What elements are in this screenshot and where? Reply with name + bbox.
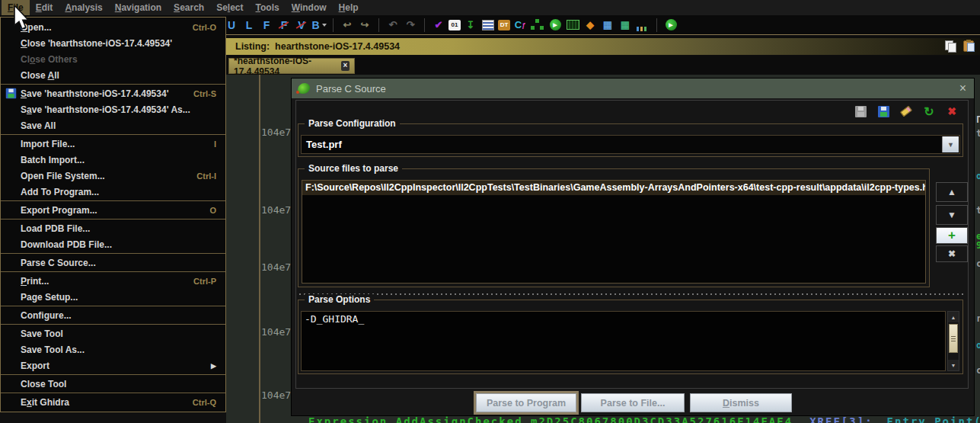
snapshot-back-icon[interactable]: ↩ bbox=[340, 18, 355, 33]
create-function-icon[interactable]: F bbox=[259, 18, 274, 33]
file-menu-item-save-all[interactable]: Save All bbox=[1, 117, 225, 133]
undo-icon[interactable]: ↶ bbox=[385, 18, 401, 33]
file-menu-item-configure[interactable]: Configure... bbox=[1, 307, 225, 323]
splitter-handle[interactable] bbox=[298, 293, 963, 296]
file-menu-item-export[interactable]: Export▶ bbox=[1, 357, 225, 373]
move-down-button[interactable]: ▼ bbox=[936, 205, 968, 225]
listing-view-icon[interactable] bbox=[480, 18, 496, 33]
dialog-close-icon[interactable]: × bbox=[959, 82, 966, 95]
tab-label: *hearthstone-iOS-17.4.49534 bbox=[234, 56, 341, 77]
file-menu-item-page-setup[interactable]: Page Setup... bbox=[1, 289, 225, 305]
listing-text-fragment: 9 bbox=[976, 240, 980, 251]
auto-analyze-icon[interactable]: ✔ bbox=[431, 18, 446, 33]
menu-shortcut: Ctrl-P bbox=[193, 277, 225, 286]
file-menu-item-parse-c-source[interactable]: Parse C Source... bbox=[1, 255, 225, 271]
file-menu-item-import-file[interactable]: Import File...I bbox=[1, 136, 225, 152]
source-files-list[interactable]: F:\Source\Repos\Il2CppInspector\Il2CppTe… bbox=[302, 180, 926, 284]
clear-label-icon[interactable]: L bbox=[241, 18, 257, 33]
toolbar-separator bbox=[656, 18, 657, 32]
source-file-row[interactable]: F:\Source\Repos\Il2CppInspector\Il2CppTe… bbox=[302, 181, 925, 195]
scroll-down-icon[interactable]: ▼ bbox=[948, 360, 959, 370]
move-up-button[interactable]: ▲ bbox=[936, 182, 968, 202]
listing-header-icons bbox=[945, 40, 974, 52]
menubar-item-select[interactable]: Select bbox=[210, 0, 249, 15]
menubar-item-analysis[interactable]: Analysis bbox=[59, 0, 108, 15]
file-menu-item-add-to-program[interactable]: Add To Program... bbox=[1, 184, 225, 200]
dialog-titlebar[interactable]: Parse C Source × bbox=[292, 79, 974, 98]
tab-close-icon[interactable]: × bbox=[341, 61, 350, 71]
file-menu-item-print[interactable]: Print...Ctrl-P bbox=[1, 273, 225, 289]
menubar-item-window[interactable]: Window bbox=[286, 0, 333, 15]
file-menu-item-save-tool-as[interactable]: Save Tool As... bbox=[1, 341, 225, 357]
menu-group: Save ToolSave Tool As...Export▶ bbox=[1, 324, 225, 374]
file-menu-item-load-pdb-file[interactable]: Load PDB File... bbox=[1, 220, 225, 236]
menubar-item-navigation[interactable]: Navigation bbox=[109, 0, 168, 15]
compiler-spec-icon[interactable]: Cƒ bbox=[512, 18, 528, 33]
table-export-icon[interactable]: ▦ bbox=[618, 18, 633, 33]
menubar-item-tools[interactable]: Tools bbox=[250, 0, 286, 15]
file-menu-item-save-hearthstone-ios-17-4-49534[interactable]: Save 'hearthstone-iOS-17.4.49534'Ctrl-S bbox=[1, 85, 225, 101]
menu-item-label: Close 'hearthstone-iOS-17.4.49534' bbox=[21, 38, 172, 49]
run-green-icon[interactable]: ▶ bbox=[547, 18, 563, 33]
menu-item-label: Save Tool bbox=[21, 328, 63, 339]
menubar-item-search[interactable]: Search bbox=[168, 0, 210, 15]
parse-options-input[interactable]: -D_GHIDRA_ bbox=[301, 311, 946, 371]
listing-divider-line bbox=[259, 75, 260, 423]
combobox-dropdown-icon[interactable]: ▼ bbox=[942, 136, 959, 152]
file-menu-item-exit-ghidra[interactable]: Exit GhidraCtrl-Q bbox=[1, 394, 225, 410]
delete-profile-icon[interactable]: ✖ bbox=[945, 104, 959, 118]
file-menu-item-download-pdb-file[interactable]: Download PDB File... bbox=[1, 236, 225, 252]
parse-to-program-button[interactable]: Parse to Program bbox=[476, 393, 576, 412]
file-menu-item-save-hearthstone-ios-17-4-49534-as[interactable]: Save 'hearthstone-iOS-17.4.49534' As... bbox=[1, 101, 225, 117]
copy-icon[interactable] bbox=[945, 40, 956, 52]
parse-configuration-combobox[interactable]: Test.prf ▼ bbox=[301, 135, 960, 154]
parse-configuration-label: Parse Configuration bbox=[305, 118, 400, 129]
tab-hearthstone[interactable]: *hearthstone-iOS-17.4.49534 × bbox=[228, 58, 355, 74]
remove-variable-icon[interactable]: V bbox=[294, 18, 309, 33]
bytes-viewer-icon[interactable]: 01 bbox=[449, 20, 461, 30]
menu-item-label: Print... bbox=[21, 276, 49, 287]
clear-code-u-icon[interactable]: U bbox=[224, 18, 239, 33]
listing-address: 104e7 bbox=[261, 326, 291, 338]
file-menu-item-save-tool[interactable]: Save Tool bbox=[1, 325, 225, 341]
menu-item-label: Import File... bbox=[21, 139, 75, 149]
table-icon[interactable]: ▦ bbox=[600, 18, 615, 33]
scrollbar-thumb[interactable] bbox=[949, 324, 958, 353]
source-files-group: Source files to parse F:\Source\Repos\Il… bbox=[298, 168, 930, 287]
file-menu-item-close-tool[interactable]: Close Tool bbox=[1, 376, 225, 392]
file-menu-item-batch-import[interactable]: Batch Import... bbox=[1, 152, 225, 168]
ghidra-dragon-icon bbox=[298, 83, 310, 94]
refresh-icon[interactable]: ↻ bbox=[922, 104, 936, 118]
redo-icon[interactable]: ↷ bbox=[403, 18, 418, 33]
add-file-button[interactable]: + bbox=[936, 227, 968, 244]
menu-shortcut: I bbox=[214, 139, 225, 149]
function-graph-icon[interactable] bbox=[530, 18, 545, 33]
paste-icon[interactable] bbox=[963, 40, 974, 52]
import-arrow-icon[interactable]: ↧ bbox=[463, 18, 478, 33]
parse-to-file-button[interactable]: Parse to File... bbox=[581, 393, 685, 412]
file-menu-item-open-file-system[interactable]: Open File System...Ctrl-I bbox=[1, 168, 225, 184]
file-menu-item-close-hearthstone-ios-17-4-49534[interactable]: Close 'hearthstone-iOS-17.4.49534' bbox=[1, 35, 225, 51]
datatype-archive-icon[interactable]: DT bbox=[498, 20, 510, 30]
menubar-item-edit[interactable]: Edit bbox=[30, 0, 59, 15]
clear-profile-icon[interactable] bbox=[899, 104, 913, 118]
bookmark-b-icon[interactable]: B bbox=[311, 18, 327, 33]
memory-map-icon[interactable] bbox=[565, 18, 580, 33]
options-scrollbar[interactable]: ▲ ▼ bbox=[947, 311, 959, 371]
snapshot-forward-icon[interactable]: ↪ bbox=[357, 18, 372, 33]
diamond-icon[interactable]: ◆ bbox=[583, 18, 598, 33]
menu-item-label: Save Tool As... bbox=[21, 344, 85, 355]
scroll-up-icon[interactable]: ▲ bbox=[948, 312, 959, 322]
file-menu-item-open[interactable]: Open...Ctrl-O bbox=[1, 19, 225, 35]
menu-item-label: Download PDB File... bbox=[21, 239, 112, 250]
remove-file-button[interactable]: ✖ bbox=[936, 245, 968, 262]
dismiss-button[interactable]: Dismiss bbox=[690, 393, 792, 412]
file-menu-item-export-program[interactable]: Export Program...O bbox=[1, 202, 225, 218]
chart-icon[interactable] bbox=[635, 18, 650, 33]
remove-function-icon[interactable]: F bbox=[276, 18, 292, 33]
script-manager-icon[interactable]: ▶ bbox=[663, 18, 678, 33]
save-profile-as-icon[interactable] bbox=[876, 104, 890, 118]
listing-line-part: Expression_AddAssignChecked_m2D25C806780… bbox=[308, 415, 793, 423]
file-menu-item-close-all[interactable]: Close All bbox=[1, 67, 225, 83]
menubar-item-help[interactable]: Help bbox=[333, 0, 365, 15]
